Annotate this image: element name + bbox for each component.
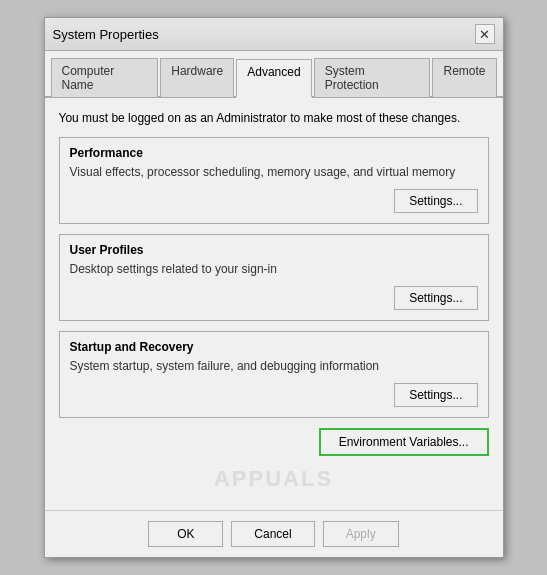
performance-desc: Visual effects, processor scheduling, me… xyxy=(70,164,478,181)
env-btn-row: Environment Variables... xyxy=(59,428,489,456)
title-bar: System Properties ✕ xyxy=(45,18,503,51)
content-area: You must be logged on as an Administrato… xyxy=(45,98,503,509)
watermark: APPUALS xyxy=(59,466,489,492)
startup-recovery-section: Startup and Recovery System startup, sys… xyxy=(59,331,489,418)
cancel-button[interactable]: Cancel xyxy=(231,521,314,547)
info-text: You must be logged on as an Administrato… xyxy=(59,110,489,127)
performance-section: Performance Visual effects, processor sc… xyxy=(59,137,489,224)
startup-recovery-desc: System startup, system failure, and debu… xyxy=(70,358,478,375)
environment-variables-button[interactable]: Environment Variables... xyxy=(319,428,489,456)
system-properties-window: System Properties ✕ Computer Name Hardwa… xyxy=(44,17,504,557)
apply-button[interactable]: Apply xyxy=(323,521,399,547)
watermark-text: APPUALS xyxy=(214,466,333,491)
startup-recovery-settings-button[interactable]: Settings... xyxy=(394,383,477,407)
performance-settings-button[interactable]: Settings... xyxy=(394,189,477,213)
performance-title: Performance xyxy=(70,146,478,160)
ok-button[interactable]: OK xyxy=(148,521,223,547)
user-profiles-desc: Desktop settings related to your sign-in xyxy=(70,261,478,278)
startup-recovery-title: Startup and Recovery xyxy=(70,340,478,354)
close-button[interactable]: ✕ xyxy=(475,24,495,44)
close-icon: ✕ xyxy=(479,27,490,42)
tab-computer-name[interactable]: Computer Name xyxy=(51,58,159,97)
tab-system-protection[interactable]: System Protection xyxy=(314,58,431,97)
window-title: System Properties xyxy=(53,27,159,42)
tab-advanced[interactable]: Advanced xyxy=(236,59,311,98)
user-profiles-settings-button[interactable]: Settings... xyxy=(394,286,477,310)
tab-bar: Computer Name Hardware Advanced System P… xyxy=(45,51,503,98)
user-profiles-section: User Profiles Desktop settings related t… xyxy=(59,234,489,321)
bottom-bar: OK Cancel Apply xyxy=(45,510,503,557)
tab-hardware[interactable]: Hardware xyxy=(160,58,234,97)
tab-remote[interactable]: Remote xyxy=(432,58,496,97)
user-profiles-title: User Profiles xyxy=(70,243,478,257)
